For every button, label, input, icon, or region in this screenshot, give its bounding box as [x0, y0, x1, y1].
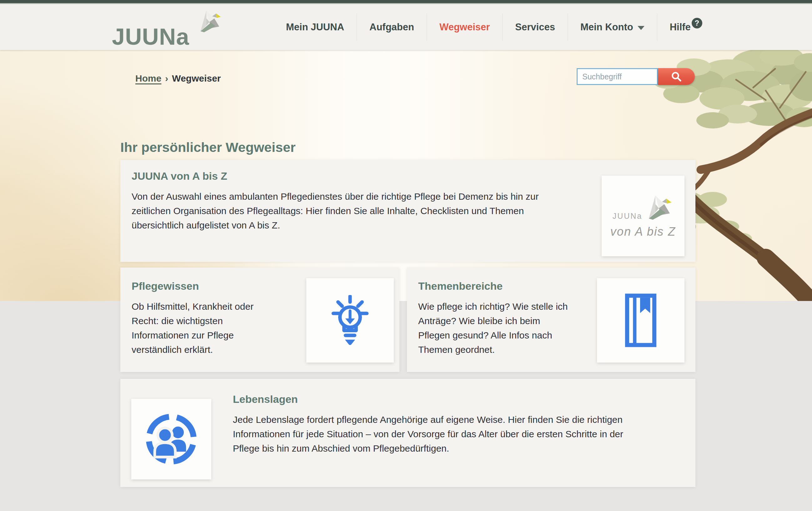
card-title: Themenbereiche	[418, 280, 502, 292]
breadcrumb: Home › Wegweiser	[135, 73, 221, 84]
card-themenbereiche[interactable]: Themenbereiche Wie pflege ich richtig? W…	[407, 267, 695, 372]
nav-item-mein-konto[interactable]: Mein Konto	[568, 13, 657, 41]
origami-bird-icon	[645, 194, 673, 224]
main-nav: Mein JUUNA Aufgaben Wegweiser Services M…	[273, 4, 715, 50]
nav-label: Mein JUUNA	[286, 22, 344, 33]
top-accent-bar	[0, 0, 812, 4]
nav-label: Wegweiser	[439, 22, 490, 33]
card-title: Pflegewissen	[132, 280, 199, 292]
search-bar	[577, 68, 695, 85]
page: JUUNa Mein JUUNA Aufgaben Wegweiser Serv…	[0, 0, 812, 511]
lightbulb-icon	[331, 295, 369, 346]
logo-wordmark: JUUNa	[112, 25, 190, 49]
tile-caption: von A bis Z	[610, 225, 676, 238]
origami-bird-icon	[197, 8, 223, 36]
magnifier-icon	[671, 71, 682, 82]
question-badge-icon: ?	[692, 18, 702, 28]
card-body: Wie pflege ich richtig? Wie stelle ich A…	[418, 300, 606, 357]
search-input[interactable]	[577, 68, 658, 85]
card-body: Ob Hilfsmittel, Krankheit oder Recht: di…	[132, 300, 307, 357]
nav-item-wegweiser[interactable]: Wegweiser	[427, 13, 502, 41]
header: JUUNa Mein JUUNA Aufgaben Wegweiser Serv…	[0, 4, 812, 50]
page-title: Ihr persönlicher Wegweiser	[120, 140, 296, 155]
nav-item-hilfe[interactable]: Hilfe?	[657, 13, 715, 41]
card-pflegewissen[interactable]: Pflegewissen Ob Hilfsmittel, Krankheit o…	[120, 267, 400, 372]
card-body: Jede Lebenslage fordert pflegende Angehö…	[233, 413, 695, 456]
card-juuna-von-a-bis-z[interactable]: JUUNA von A bis Z Von der Auswahl eines …	[120, 160, 695, 262]
people-circle-icon	[144, 412, 198, 466]
card-title: JUUNA von A bis Z	[132, 170, 227, 182]
card-body: Von der Auswahl eines ambulanten Pfleged…	[132, 190, 594, 232]
lebenslagen-icon-tile	[131, 399, 211, 479]
tile-logo-wordmark: JUUNa	[613, 211, 643, 221]
nav-label: Mein Konto	[580, 22, 633, 33]
breadcrumb-home-link[interactable]: Home	[135, 73, 161, 84]
breadcrumb-separator: ›	[165, 73, 168, 84]
nav-label: Hilfe	[670, 22, 691, 33]
nav-label: Services	[515, 22, 555, 33]
juuna-logo[interactable]: JUUNa	[112, 4, 224, 50]
a-bis-z-logo-tile: JUUNa von A bis Z	[602, 176, 685, 256]
chevron-down-icon	[638, 26, 644, 30]
pflegewissen-icon-tile	[306, 278, 394, 363]
nav-label: Aufgaben	[370, 22, 414, 33]
themenbereiche-icon-tile	[597, 278, 685, 363]
card-lebenslagen[interactable]: Lebenslagen Jede Lebenslage fordert pfle…	[120, 379, 695, 487]
nav-item-services[interactable]: Services	[502, 13, 568, 41]
breadcrumb-current: Wegweiser	[172, 73, 221, 84]
card-title: Lebenslagen	[233, 393, 298, 405]
nav-item-mein-juuna[interactable]: Mein JUUNA	[273, 13, 357, 41]
search-button[interactable]	[658, 68, 695, 85]
book-bookmark-icon	[625, 293, 657, 347]
tile-logo-row: JUUNa	[613, 194, 674, 224]
nav-item-aufgaben[interactable]: Aufgaben	[357, 13, 427, 41]
